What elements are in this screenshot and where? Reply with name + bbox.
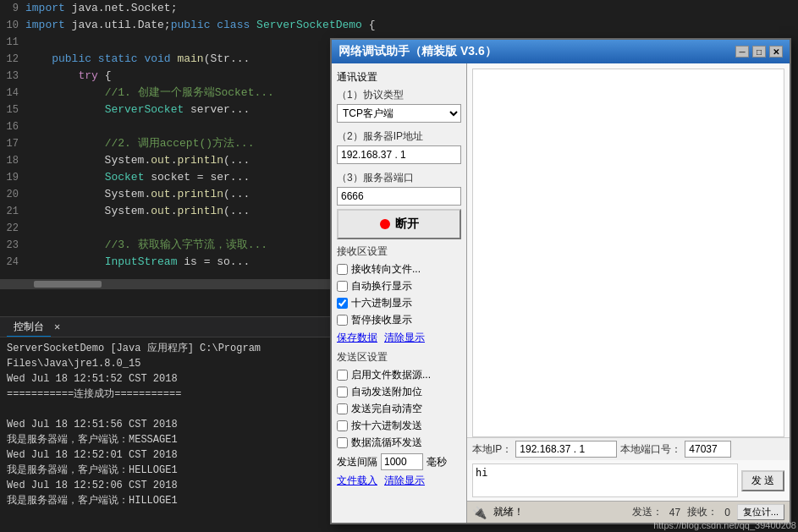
send-interval-label: 发送间隔 (337, 455, 377, 469)
send-interval-input[interactable] (381, 453, 423, 470)
send-loop-checkbox[interactable] (337, 437, 348, 448)
code-scrollbar[interactable] (0, 279, 334, 289)
console-line: 我是服务器端，客户端说：MESSAGE1 (7, 432, 327, 447)
code-line: 9 import java.net.Socket; (0, 0, 798, 17)
reset-button[interactable]: 复位计... (737, 504, 784, 520)
console-line (7, 402, 327, 417)
console-tab-bar: 控制台 ✕ (0, 317, 334, 337)
stat-recv-value: 0 (724, 507, 730, 518)
right-panel: 本地IP： 本地端口号： 发 送 🔌 就绪！ 发送： 47 接收： 0 复位计.… (467, 63, 790, 523)
window-title-bar: 网络调试助手（精装版 V3.6） ─ □ ✕ (332, 40, 790, 63)
console-output: ServerSocketDemo [Java 应用程序] C:\Program … (0, 337, 334, 532)
connect-status-indicator (380, 219, 390, 229)
send-option-loop[interactable]: 数据流循环发送 (337, 436, 461, 450)
local-ip-row: 本地IP： 本地端口号： (467, 437, 790, 460)
recv-hex-checkbox[interactable] (337, 298, 348, 309)
console-line: Wed Jul 18 12:52:06 CST 2018 (7, 478, 327, 493)
code-line: 10 import java.util.Date;public class Se… (0, 17, 798, 34)
server-port-input[interactable] (337, 187, 461, 206)
recv-option-pause[interactable]: 暂停接收显示 (337, 313, 461, 327)
close-button[interactable]: ✕ (769, 46, 783, 58)
stat-recv-label: 接收： (687, 505, 718, 519)
window-title: 网络调试助手（精装版 V3.6） (338, 44, 497, 59)
status-text: 就绪！ (493, 505, 625, 519)
send-option-hex[interactable]: 按十六进制发送 (337, 419, 461, 433)
recv-section-label: 接收区设置 (337, 244, 461, 259)
send-option-file[interactable]: 启用文件数据源... (337, 368, 461, 382)
status-icon: 🔌 (472, 506, 487, 519)
send-button[interactable]: 发 送 (741, 470, 784, 491)
server-ip-input[interactable] (337, 145, 461, 164)
recv-wrap-checkbox[interactable] (337, 281, 348, 292)
stat-send-label: 发送： (632, 505, 663, 519)
window-body: 通讯设置 （1）协议类型 TCP客户端 （2）服务器IP地址 （3）服务器端口 … (332, 63, 790, 523)
stat-send-value: 47 (669, 507, 680, 518)
clear-display-btn[interactable]: 清除显示 (384, 331, 425, 345)
comm-section-label: 通讯设置 (337, 70, 461, 85)
proto-label: （1）协议类型 (337, 88, 461, 102)
local-port-input[interactable] (685, 441, 731, 458)
clear-send-btn[interactable]: 清除显示 (384, 474, 425, 488)
console-line: ===========连接成功=========== (7, 387, 327, 402)
send-append-checkbox[interactable] (337, 387, 348, 398)
recv-pause-checkbox[interactable] (337, 315, 348, 326)
connect-button[interactable]: 断开 (337, 209, 461, 239)
recv-link-row: 保存数据 清除显示 (337, 331, 461, 345)
console-line: Wed Jul 18 12:51:56 CST 2018 (7, 417, 327, 432)
send-hex-checkbox[interactable] (337, 420, 348, 431)
send-area-row: 发 送 (467, 460, 790, 501)
file-load-btn[interactable]: 文件载入 (337, 474, 377, 488)
left-panel: 通讯设置 （1）协议类型 TCP客户端 （2）服务器IP地址 （3）服务器端口 … (332, 63, 467, 523)
console-line: Wed Jul 18 12:52:01 CST 2018 (7, 447, 327, 463)
tab-console[interactable]: 控制台 (7, 318, 51, 337)
send-option-autoclear[interactable]: 发送完自动清空 (337, 402, 461, 416)
server-ip-label: （2）服务器IP地址 (337, 129, 461, 144)
net-tool-window: 网络调试助手（精装版 V3.6） ─ □ ✕ 通讯设置 （1）协议类型 TCP客… (330, 38, 791, 524)
window-controls: ─ □ ✕ (735, 46, 783, 58)
send-option-append[interactable]: 自动发送附加位 (337, 385, 461, 399)
send-interval-unit: 毫秒 (427, 455, 447, 469)
maximize-button[interactable]: □ (752, 46, 766, 58)
console-line: Wed Jul 18 12:51:52 CST 2018 (7, 371, 327, 387)
recv-option-wrap[interactable]: 自动换行显示 (337, 279, 461, 293)
send-file-checkbox[interactable] (337, 370, 348, 381)
recv-option-hex[interactable]: 十六进制显示 (337, 296, 461, 310)
local-ip-label: 本地IP： (472, 442, 512, 457)
console-line: 我是服务器端，客户端说：HELLOGE1 (7, 463, 327, 478)
send-autoclear-checkbox[interactable] (337, 403, 348, 414)
send-text-input[interactable] (472, 463, 738, 497)
local-ip-input[interactable] (515, 441, 617, 458)
send-section-label: 发送区设置 (337, 350, 461, 365)
console-panel: 控制台 ✕ ServerSocketDemo [Java 应用程序] C:\Pr… (0, 316, 334, 532)
recv-file-checkbox[interactable] (337, 264, 348, 275)
minimize-button[interactable]: ─ (735, 46, 749, 58)
console-line: 我是服务器端，客户端说：HILLOGE1 (7, 493, 327, 508)
watermark: https://blog.csdn.net/qq_39400208 (653, 520, 796, 530)
console-line: ServerSocketDemo [Java 应用程序] C:\Program … (7, 341, 327, 371)
recv-option-file[interactable]: 接收转向文件... (337, 262, 461, 277)
send-link-row: 文件载入 清除显示 (337, 474, 461, 488)
receive-area (472, 69, 784, 437)
server-port-label: （3）服务器端口 (337, 171, 461, 185)
protocol-select[interactable]: TCP客户端 (337, 104, 461, 123)
local-port-label: 本地端口号： (620, 442, 681, 457)
console-close-btn[interactable]: ✕ (54, 321, 60, 333)
send-interval-row: 发送间隔 毫秒 (337, 453, 461, 470)
save-data-btn[interactable]: 保存数据 (337, 331, 377, 345)
